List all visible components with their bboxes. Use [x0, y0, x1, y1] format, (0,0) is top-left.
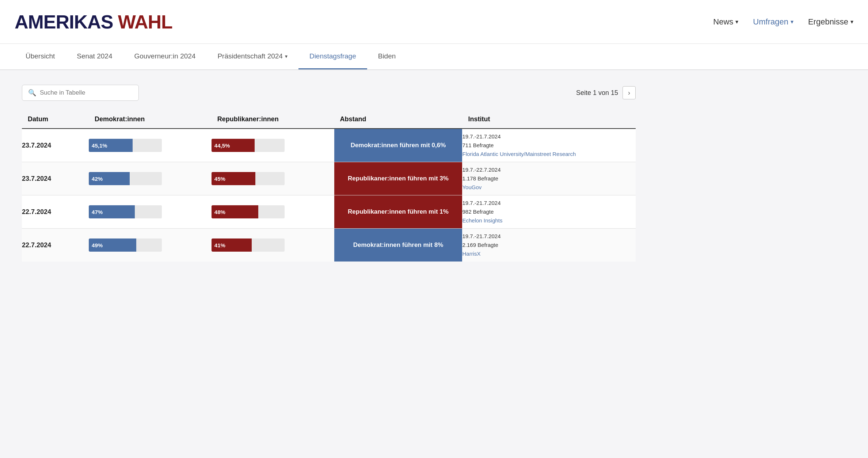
- institut-link[interactable]: YouGov: [462, 184, 481, 190]
- rep-bar-wrapper: 41%: [212, 238, 285, 252]
- cell-dem: 49%: [89, 229, 212, 262]
- institut-dates: 19.7.-21.7.2024: [462, 200, 500, 206]
- rep-bar-fill: 44,5%: [212, 139, 255, 152]
- subnav-biden[interactable]: Biden: [367, 44, 407, 69]
- cell-dem: 47%: [89, 195, 212, 229]
- dem-bar-wrapper: 42%: [89, 172, 162, 185]
- institut-dates: 19.7.-22.7.2024: [462, 167, 500, 173]
- institut-link[interactable]: Echelon Insights: [462, 217, 502, 224]
- subnav-dienstagsfrage[interactable]: Dienstagsfrage: [298, 44, 367, 69]
- cell-abstand: Demokrat:innen führen mit 0,6%: [334, 129, 462, 162]
- top-header: AMERIKAS WAHL News ▾ Umfragen ▾ Ergebnis…: [0, 0, 868, 44]
- rep-bar-wrapper: 48%: [212, 205, 285, 218]
- cell-datum: 23.7.2024: [22, 162, 89, 195]
- abstand-box: Demokrat:innen führen mit 0,6%: [334, 129, 462, 162]
- dem-bar-fill: 47%: [89, 205, 135, 218]
- institut-befragte: 711 Befragte: [462, 142, 494, 148]
- col-institut: Institut: [462, 111, 636, 129]
- abstand-box: Republikaner:innen führen mit 3%: [334, 162, 462, 195]
- subnav-senat[interactable]: Senat 2024: [66, 44, 123, 69]
- cell-institut: 19.7.-21.7.2024 2.169 Befragte HarrisX: [462, 229, 636, 262]
- dem-bar-fill: 49%: [89, 238, 136, 252]
- table-body: 23.7.2024 45,1% 44,5% Demokrat:innen füh…: [22, 129, 636, 262]
- institut-befragte: 2.169 Befragte: [462, 242, 498, 248]
- cell-abstand: Demokrat:innen führen mit 8%: [334, 229, 462, 262]
- rep-bar-fill: 48%: [212, 205, 258, 218]
- institut-link[interactable]: Florida Atlantic University/Mainstreet R…: [462, 151, 576, 157]
- col-datum: Datum: [22, 111, 89, 129]
- table-row: 23.7.2024 45,1% 44,5% Demokrat:innen füh…: [22, 129, 636, 162]
- cell-dem: 45,1%: [89, 129, 212, 162]
- table-row: 22.7.2024 49% 41% Demokrat:innen führen …: [22, 229, 636, 262]
- search-input[interactable]: [40, 89, 133, 96]
- dem-bar-wrapper: 45,1%: [89, 139, 162, 152]
- institut-link[interactable]: HarrisX: [462, 251, 480, 257]
- cell-abstand: Republikaner:innen führen mit 1%: [334, 195, 462, 229]
- table-row: 22.7.2024 47% 48% Republikaner:innen füh…: [22, 195, 636, 229]
- table-header: Datum Demokrat:innen Republikaner:innen …: [22, 111, 636, 129]
- rep-bar-fill: 41%: [212, 238, 252, 252]
- pagination: Seite 1 von 15 ›: [576, 86, 636, 99]
- cell-institut: 19.7.-21.7.2024 982 Befragte Echelon Ins…: [462, 195, 636, 229]
- cell-datum: 22.7.2024: [22, 195, 89, 229]
- chevron-down-icon: ▾: [791, 18, 793, 25]
- main-content: 🔍 Seite 1 von 15 › Datum Demokrat:innen …: [0, 70, 658, 276]
- cell-institut: 19.7.-22.7.2024 1.178 Befragte YouGov: [462, 162, 636, 195]
- table-row: 23.7.2024 42% 45% Republikaner:innen füh…: [22, 162, 636, 195]
- chevron-down-icon: ▾: [735, 18, 738, 25]
- abstand-box: Republikaner:innen führen mit 1%: [334, 195, 462, 228]
- nav-news[interactable]: News ▾: [713, 17, 738, 27]
- next-page-button[interactable]: ›: [623, 86, 636, 99]
- sub-nav: Übersicht Senat 2024 Gouverneur:in 2024 …: [0, 44, 868, 70]
- cell-rep: 45%: [212, 162, 334, 195]
- rep-bar-wrapper: 45%: [212, 172, 285, 185]
- subnav-gouverneur[interactable]: Gouverneur:in 2024: [123, 44, 206, 69]
- rep-bar-fill: 45%: [212, 172, 255, 185]
- dem-bar-fill: 45,1%: [89, 139, 133, 152]
- col-abstand: Abstand: [334, 111, 462, 129]
- site-title: AMERIKAS WAHL: [15, 11, 172, 33]
- institut-dates: 19.7.-21.7.2024: [462, 133, 500, 140]
- cell-rep: 44,5%: [212, 129, 334, 162]
- nav-umfragen[interactable]: Umfragen ▾: [753, 17, 793, 27]
- subnav-uebersicht[interactable]: Übersicht: [15, 44, 66, 69]
- dem-bar-fill: 42%: [89, 172, 130, 185]
- title-red: WAHL: [118, 11, 172, 33]
- cell-datum: 23.7.2024: [22, 129, 89, 162]
- search-box[interactable]: 🔍: [22, 85, 139, 101]
- poll-table: Datum Demokrat:innen Republikaner:innen …: [22, 111, 636, 262]
- col-republikaner: Republikaner:innen: [212, 111, 334, 129]
- institut-befragte: 1.178 Befragte: [462, 175, 498, 182]
- cell-dem: 42%: [89, 162, 212, 195]
- pagination-text: Seite 1 von 15: [576, 89, 618, 97]
- institut-dates: 19.7.-21.7.2024: [462, 233, 500, 239]
- dem-bar-wrapper: 49%: [89, 238, 162, 252]
- search-icon: 🔍: [28, 89, 36, 97]
- abstand-box: Demokrat:innen führen mit 8%: [334, 229, 462, 262]
- cell-rep: 41%: [212, 229, 334, 262]
- cell-institut: 19.7.-21.7.2024 711 Befragte Florida Atl…: [462, 129, 636, 162]
- nav-ergebnisse[interactable]: Ergebnisse ▾: [808, 17, 853, 27]
- cell-datum: 22.7.2024: [22, 229, 89, 262]
- top-nav: News ▾ Umfragen ▾ Ergebnisse ▾: [713, 17, 853, 27]
- title-dark: AMERIKAS: [15, 11, 118, 33]
- chevron-down-icon: ▾: [285, 53, 288, 59]
- subnav-praesidentschaft[interactable]: Präsidentschaft 2024 ▾: [206, 44, 298, 69]
- cell-rep: 48%: [212, 195, 334, 229]
- institut-befragte: 982 Befragte: [462, 209, 494, 215]
- chevron-down-icon: ▾: [850, 18, 853, 25]
- controls-row: 🔍 Seite 1 von 15 ›: [22, 85, 636, 101]
- rep-bar-wrapper: 44,5%: [212, 139, 285, 152]
- cell-abstand: Republikaner:innen führen mit 3%: [334, 162, 462, 195]
- col-demokraten: Demokrat:innen: [89, 111, 212, 129]
- dem-bar-wrapper: 47%: [89, 205, 162, 218]
